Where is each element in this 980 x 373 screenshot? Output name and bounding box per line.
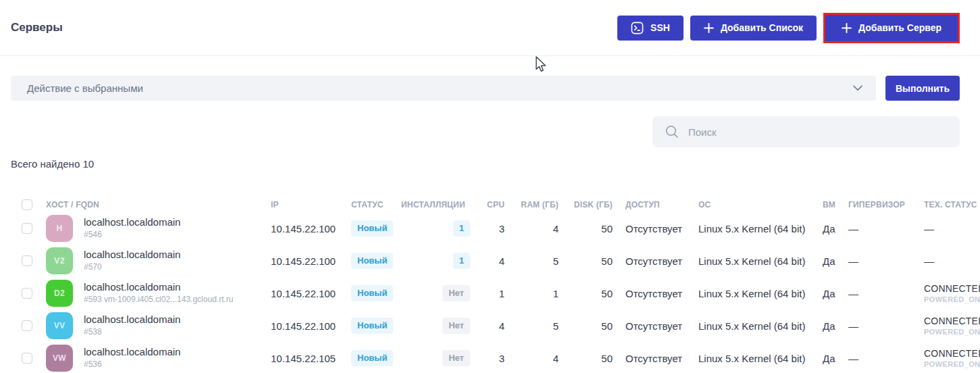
col-vm: ВМ: [819, 200, 848, 209]
row-checkbox[interactable]: [22, 320, 32, 331]
chevron-down-icon: [853, 85, 862, 91]
header-actions: SSH Добавить Список Добавить Сервер: [617, 13, 960, 43]
col-ram: RAM (ГБ): [505, 200, 559, 209]
status-cell: Новый: [351, 350, 401, 366]
access-cell: Отсутствует: [613, 320, 698, 332]
cpu-cell: 3: [475, 223, 505, 234]
host-name[interactable]: localhost.localdomain: [84, 346, 180, 359]
host-cell[interactable]: D2 localhost.localdomain #593 vm-1009.i4…: [46, 280, 271, 307]
ram-cell: 5: [505, 255, 559, 267]
tech-status-secondary: POWERED_ON: [924, 328, 980, 336]
os-cell: Linux 5.x Kernel (64 bit): [698, 223, 819, 234]
disk-cell: 50: [559, 223, 613, 234]
cpu-cell: 3: [475, 353, 505, 364]
disk-cell: 50: [559, 320, 613, 332]
add-list-button-label: Добавить Список: [721, 22, 803, 33]
status-cell: Новый: [351, 318, 401, 334]
col-tech-status: ТЕХ. СТАТУС: [924, 200, 977, 209]
col-ip: IP: [271, 200, 351, 209]
row-checkbox[interactable]: [22, 255, 32, 266]
host-name[interactable]: localhost.localdomain: [84, 281, 233, 294]
host-id: #570: [84, 262, 180, 273]
ram-cell: 1: [505, 288, 559, 299]
tech-status-secondary: POWERED_ON: [924, 360, 980, 368]
ip-cell: 10.145.22.105: [271, 353, 351, 364]
hypervisor-cell: —: [848, 223, 924, 234]
ip-cell: 10.145.22.100: [271, 320, 351, 332]
hypervisor-cell: —: [848, 353, 924, 364]
host-id: #536: [84, 359, 180, 370]
row-select-cell: [22, 255, 46, 266]
col-os: ОС: [698, 200, 819, 209]
vm-cell: Да: [819, 320, 848, 332]
tech-status-primary: CONNECTED: [924, 348, 980, 359]
installations-badge[interactable]: 1: [453, 253, 470, 269]
page-header: Серверы SSH Добавить Список: [0, 0, 980, 56]
status-badge: Новый: [351, 253, 393, 269]
status-cell: Новый: [351, 253, 401, 269]
status-cell: Новый: [351, 285, 401, 301]
add-server-button[interactable]: Добавить Сервер: [825, 15, 958, 41]
col-disk: DISK (ГБ): [559, 200, 613, 209]
host-name[interactable]: localhost.localdomain: [84, 216, 180, 229]
execute-button[interactable]: Выполнить: [885, 76, 960, 101]
vm-cell: Да: [819, 255, 848, 267]
table-body: H localhost.localdomain #546 10.145.22.1…: [11, 212, 960, 373]
row-checkbox[interactable]: [22, 353, 32, 364]
col-hypervisor: ГИПЕРВИЗОР: [848, 200, 924, 209]
tech-status-cell: CONNECTED POWERED_ON: [924, 316, 980, 336]
mouse-cursor: [534, 56, 547, 76]
ssh-button[interactable]: SSH: [617, 16, 684, 41]
access-cell: Отсутствует: [613, 223, 698, 234]
bulk-action-select[interactable]: Действие с выбранными: [11, 76, 876, 101]
row-checkbox[interactable]: [22, 223, 32, 234]
host-name[interactable]: localhost.localdomain: [84, 314, 180, 326]
vm-cell: Да: [819, 353, 848, 364]
installations-cell: Нет: [401, 285, 475, 301]
disk-cell: 50: [559, 353, 613, 364]
host-cell[interactable]: H localhost.localdomain #546: [46, 215, 271, 242]
os-cell: Linux 5.x Kernel (64 bit): [698, 320, 819, 332]
host-cell[interactable]: VV localhost.localdomain #538: [46, 312, 271, 339]
plus-icon: [704, 23, 714, 33]
installations-badge[interactable]: Нет: [442, 318, 470, 334]
row-checkbox[interactable]: [22, 288, 32, 299]
ssh-button-label: SSH: [650, 22, 670, 33]
os-cell: Linux 5.x Kernel (64 bit): [698, 288, 819, 299]
highlight-red-box: Добавить Сервер: [823, 13, 960, 43]
page-title: Серверы: [11, 21, 63, 34]
status-cell: Новый: [351, 220, 401, 237]
installations-badge[interactable]: Нет: [442, 285, 470, 301]
cpu-cell: 4: [475, 255, 505, 267]
table-row: VV localhost.localdomain #538 10.145.22.…: [11, 309, 960, 342]
add-list-button[interactable]: Добавить Список: [690, 16, 817, 41]
search-input[interactable]: [688, 126, 949, 138]
ram-cell: 5: [505, 320, 559, 332]
installations-cell: 1: [401, 220, 475, 237]
tech-status-primary: CONNECTED: [924, 316, 980, 326]
col-installations: ИНСТАЛЛЯЦИИ: [401, 200, 475, 209]
bulk-action-row: Действие с выбранными Выполнить: [11, 76, 960, 101]
tech-status-cell: —: [924, 255, 950, 267]
host-name[interactable]: localhost.localdomain: [84, 249, 180, 262]
row-select-cell: [22, 353, 46, 364]
add-server-button-label: Добавить Сервер: [858, 22, 942, 33]
bulk-action-select-value: Действие с выбранными: [27, 82, 143, 94]
installations-badge[interactable]: Нет: [442, 350, 470, 366]
ram-cell: 4: [505, 223, 559, 234]
host-cell[interactable]: VW localhost.localdomain #536: [46, 345, 271, 372]
tech-status-primary: —: [924, 223, 950, 234]
access-cell: Отсутствует: [613, 288, 698, 299]
col-access: ДОСТУП: [613, 200, 698, 209]
tech-status-secondary: POWERED_ON: [924, 295, 980, 303]
disk-cell: 50: [559, 255, 613, 267]
col-host: ХОСТ / FQDN: [46, 200, 271, 209]
select-all-checkbox[interactable]: [22, 199, 32, 210]
col-status: СТАТУС: [351, 200, 401, 209]
status-badge: Новый: [351, 350, 393, 366]
status-badge: Новый: [351, 285, 393, 301]
host-cell[interactable]: V2 localhost.localdomain #570: [46, 247, 271, 274]
server-avatar: H: [46, 215, 73, 242]
installations-badge[interactable]: 1: [453, 220, 470, 237]
row-select-cell: [22, 288, 46, 299]
